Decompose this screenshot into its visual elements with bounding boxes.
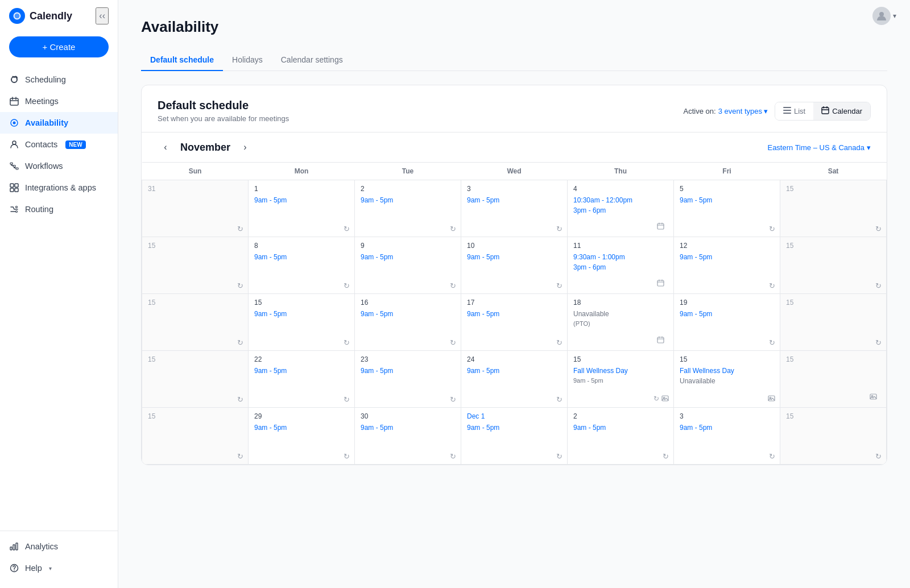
date-label: 4 xyxy=(573,185,668,193)
svg-point-3 xyxy=(13,122,16,125)
day-header-sat: Sat xyxy=(780,163,887,180)
sidebar-item-workflows[interactable]: Workflows xyxy=(0,155,118,177)
cal-cell-nov4[interactable]: 4 10:30am - 12:00pm 3pm - 6pm xyxy=(568,180,674,237)
sidebar-item-integrations[interactable]: Integrations & apps xyxy=(0,177,118,198)
collapse-sidebar-button[interactable]: ‹‹ xyxy=(96,7,109,24)
cal-cell-nov19[interactable]: 19 9am - 5pm ↻ xyxy=(674,294,780,351)
cal-cell-nov5[interactable]: 5 9am - 5pm ↻ xyxy=(674,180,780,237)
sidebar-item-scheduling[interactable]: Scheduling xyxy=(0,69,118,90)
cal-cell-nov3[interactable]: 3 9am - 5pm ↻ xyxy=(461,180,568,237)
day-header-wed: Wed xyxy=(461,163,568,180)
chevron-down-icon: ▾ xyxy=(764,107,768,115)
date-label: 3 xyxy=(680,412,774,420)
next-month-button[interactable]: › xyxy=(237,139,253,155)
date-label: 19 xyxy=(680,299,774,307)
cal-cell-nov30[interactable]: 30 9am - 5pm ↻ xyxy=(355,408,461,465)
cal-cell-nov18[interactable]: 18 Unavailable (PTO) xyxy=(568,294,674,351)
sidebar-item-workflows-label: Workflows xyxy=(25,162,63,171)
top-nav: ▾ xyxy=(872,0,910,32)
cal-cell-nov24[interactable]: 24 9am - 5pm ↻ xyxy=(461,351,568,408)
cal-cell-sun3[interactable]: 15 ↻ xyxy=(142,294,249,351)
svg-rect-8 xyxy=(10,184,14,187)
sidebar-bottom: Analytics Help ▾ xyxy=(0,531,118,588)
date-label: 9 xyxy=(361,242,455,250)
cal-cell-nov9[interactable]: 9 9am - 5pm ↻ xyxy=(355,237,461,294)
cal-cell-sat5[interactable]: 15 ↻ xyxy=(780,408,887,465)
svg-point-13 xyxy=(16,211,18,213)
cal-cell-nov1[interactable]: 1 9am - 5pm ↻ xyxy=(249,180,355,237)
cal-cell-sat4[interactable]: 15 xyxy=(780,351,887,408)
repeat-icon: ↻ xyxy=(556,395,562,404)
repeat-icon: ↻ xyxy=(556,225,562,233)
avatar[interactable] xyxy=(872,7,891,25)
time-slot: 9am - 5pm xyxy=(361,195,455,205)
cal-cell-nov25[interactable]: 15 Fall Wellness Day 9am - 5pm ↻ xyxy=(568,351,674,408)
cal-cell-nov15[interactable]: 15 9am - 5pm ↻ xyxy=(249,294,355,351)
sidebar-item-routing[interactable]: Routing xyxy=(0,198,118,220)
prev-month-button[interactable]: ‹ xyxy=(158,139,173,155)
contacts-badge: NEW xyxy=(65,140,85,149)
card-actions: Active on: 3 event types ▾ xyxy=(684,102,871,121)
repeat-icon: ↻ xyxy=(344,225,350,233)
tab-holidays[interactable]: Holidays xyxy=(223,49,272,71)
calendar-header-row: Sun Mon Tue Wed Thu Fri Sat xyxy=(142,163,887,180)
user-caret-icon: ▾ xyxy=(893,12,896,20)
repeat-icon: ↻ xyxy=(237,225,243,233)
svg-point-12 xyxy=(16,206,18,208)
cal-cell-sat3[interactable]: 15 ↻ xyxy=(780,294,887,351)
sidebar-item-availability[interactable]: Availability xyxy=(0,112,118,134)
cal-cell-dec2[interactable]: 2 9am - 5pm ↻ xyxy=(568,408,674,465)
page-title: Availability xyxy=(141,18,887,36)
calendar-view-button[interactable]: Calendar xyxy=(813,102,870,120)
cal-cell-nov22[interactable]: 22 9am - 5pm ↻ xyxy=(249,351,355,408)
cal-cell-nov12[interactable]: 12 9am - 5pm ↻ xyxy=(674,237,780,294)
cal-cell-nov2[interactable]: 2 9am - 5pm ↻ xyxy=(355,180,461,237)
cal-cell-sat2[interactable]: 15 ↻ xyxy=(780,237,887,294)
user-menu[interactable]: ▾ xyxy=(872,7,896,25)
sidebar-item-analytics-label: Analytics xyxy=(25,542,58,551)
timezone-selector[interactable]: Eastern Time – US & Canada ▾ xyxy=(767,143,871,152)
cal-cell-dec1[interactable]: Dec 1 9am - 5pm ↻ xyxy=(461,408,568,465)
cal-cell-dec3[interactable]: 3 9am - 5pm ↻ xyxy=(674,408,780,465)
cal-cell-nov16[interactable]: 16 9am - 5pm ↻ xyxy=(355,294,461,351)
repeat-icon: ↻ xyxy=(237,281,243,290)
active-on-link[interactable]: 3 event types ▾ xyxy=(718,107,768,115)
cal-cell-nov11[interactable]: 11 9:30am - 1:00pm 3pm - 6pm xyxy=(568,237,674,294)
list-view-button[interactable]: List xyxy=(775,102,813,120)
tabs: Default schedule Holidays Calendar setti… xyxy=(141,49,887,71)
create-button[interactable]: + Create xyxy=(9,36,109,57)
date-label: 15 xyxy=(786,355,880,363)
time-slot: 9am - 5pm xyxy=(467,366,561,376)
cal-cell-nov17[interactable]: 17 9am - 5pm ↻ xyxy=(461,294,568,351)
cal-cell-sun5[interactable]: 15 ↻ xyxy=(142,408,249,465)
main-content: Availability Default schedule Holidays C… xyxy=(118,0,910,588)
cal-cell-sun4[interactable]: 15 ↻ xyxy=(142,351,249,408)
person-icon xyxy=(9,139,19,150)
tab-default-schedule[interactable]: Default schedule xyxy=(141,49,223,71)
cal-cell-nov23[interactable]: 23 9am - 5pm ↻ xyxy=(355,351,461,408)
cal-cell-sat1[interactable]: 15 ↻ xyxy=(780,180,887,237)
cal-cell-nov29[interactable]: 29 9am - 5pm ↻ xyxy=(249,408,355,465)
sidebar-item-analytics[interactable]: Analytics xyxy=(0,536,118,557)
calendar-icon xyxy=(821,106,829,116)
tab-calendar-settings[interactable]: Calendar settings xyxy=(272,49,352,71)
sidebar: Calendly ‹‹ + Create Scheduling Meetings xyxy=(0,0,118,588)
cal-cell-31[interactable]: 31 ↻ xyxy=(142,180,249,237)
sidebar-item-help[interactable]: Help ▾ xyxy=(0,557,118,579)
time-slot: 9am - 5pm xyxy=(680,423,774,433)
svg-rect-29 xyxy=(768,396,775,401)
cell-icons: ↻ xyxy=(653,395,669,404)
availability-card: Default schedule Set when you are availa… xyxy=(141,85,887,465)
sidebar-item-contacts-label: Contacts xyxy=(25,140,57,149)
cell-icons xyxy=(768,395,775,404)
cal-cell-nov10[interactable]: 10 9am - 5pm ↻ xyxy=(461,237,568,294)
cal-cell-nov26[interactable]: 15 Fall Wellness Day Unavailable xyxy=(674,351,780,408)
date-label: 31 xyxy=(148,185,242,193)
sidebar-item-contacts[interactable]: Contacts NEW xyxy=(0,134,118,155)
cal-cell-nov8[interactable]: 8 9am - 5pm ↻ xyxy=(249,237,355,294)
date-label: 15 xyxy=(148,242,242,250)
sidebar-nav: Scheduling Meetings Availability xyxy=(0,67,118,531)
sidebar-item-meetings[interactable]: Meetings xyxy=(0,90,118,112)
date-label: 5 xyxy=(680,185,774,193)
cal-cell-sun2[interactable]: 15 ↻ xyxy=(142,237,249,294)
